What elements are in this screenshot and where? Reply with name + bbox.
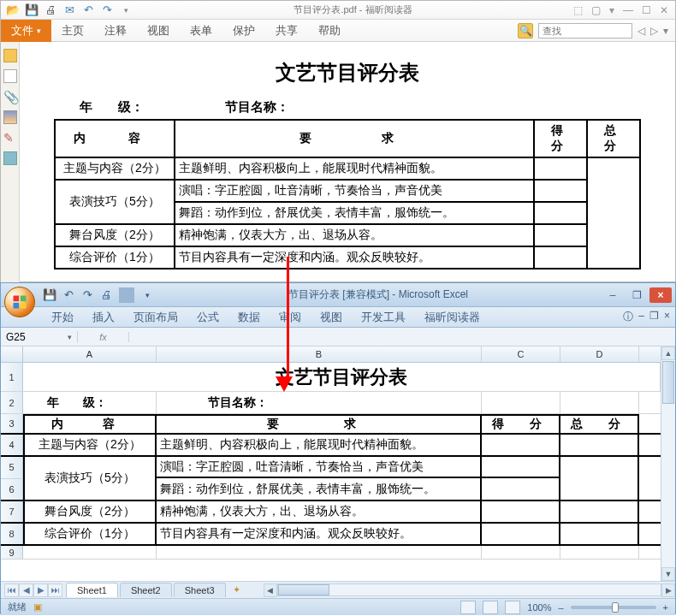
cell-req-2[interactable]: 精神饱满，仪表大方，出、退场从容。 bbox=[157, 501, 482, 522]
view-pagebreak-icon[interactable] bbox=[505, 601, 520, 614]
help-icon[interactable]: ▾ bbox=[609, 4, 614, 16]
cell-score-1a[interactable] bbox=[482, 457, 560, 478]
fx-icon[interactable]: fx bbox=[78, 332, 129, 342]
save-icon[interactable]: 💾 bbox=[42, 287, 57, 303]
cell-cat-1[interactable]: 表演技巧（5分） bbox=[23, 457, 157, 500]
xl-tab-dev[interactable]: 开发工具 bbox=[352, 310, 415, 325]
xl-tab-view[interactable]: 视图 bbox=[311, 310, 352, 325]
zoom-slider[interactable] bbox=[571, 606, 656, 609]
xl-tab-foxit[interactable]: 福昕阅读器 bbox=[415, 310, 489, 325]
ribbon-toggle-icon[interactable]: ⬚ bbox=[573, 4, 583, 16]
redo-icon[interactable]: ↷ bbox=[80, 287, 95, 303]
office-button[interactable] bbox=[4, 287, 35, 317]
cell-d9[interactable] bbox=[560, 546, 639, 559]
cell-score-1b[interactable] bbox=[482, 478, 560, 500]
cell-cat-2[interactable]: 舞台风度（2分） bbox=[23, 501, 157, 522]
cell-b9[interactable] bbox=[157, 546, 482, 559]
cell-score-0[interactable] bbox=[482, 435, 560, 455]
zoom-out-icon[interactable]: – bbox=[558, 602, 563, 613]
view-normal-icon[interactable] bbox=[460, 601, 476, 614]
cell-req-1b[interactable]: 舞蹈：动作到位，舒展优美，表情丰富，服饰统一。 bbox=[157, 478, 482, 500]
pdf-tab-help[interactable]: 帮助 bbox=[308, 20, 351, 42]
zoom-in-icon[interactable]: + bbox=[663, 602, 668, 613]
cell-req-1a[interactable]: 演唱：字正腔圆，吐音清晰，节奏恰当，声音优美 bbox=[157, 457, 482, 478]
cell-d2[interactable] bbox=[560, 392, 639, 413]
attachment-icon[interactable]: 📎 bbox=[3, 90, 17, 104]
vscroll-thumb[interactable] bbox=[662, 361, 674, 404]
formula-input[interactable] bbox=[129, 331, 675, 343]
cell-title[interactable]: 文艺节目评分表 bbox=[23, 363, 661, 391]
cell-total-1[interactable] bbox=[560, 457, 639, 500]
cell-cat-3[interactable]: 综合评价（1分） bbox=[23, 524, 157, 544]
vertical-scrollbar[interactable]: ▲ ▼ bbox=[661, 346, 675, 581]
row-header-5[interactable]: 5 bbox=[1, 457, 23, 478]
redo-icon[interactable]: ↷ bbox=[100, 3, 114, 17]
close-icon[interactable]: ✕ bbox=[660, 4, 668, 16]
inner-restore-icon[interactable]: ❐ bbox=[649, 310, 659, 324]
cell-c9[interactable] bbox=[482, 546, 560, 559]
cell-score-2[interactable] bbox=[482, 501, 560, 522]
cell-req-3[interactable]: 节目内容具有一定深度和内涵。观众反映较好。 bbox=[157, 524, 482, 544]
row-header-1[interactable]: 1 bbox=[1, 363, 23, 391]
pdf-search-input[interactable] bbox=[538, 23, 632, 38]
hdr-cat[interactable]: 内 容 bbox=[23, 414, 157, 433]
hscroll-right-icon[interactable]: ▶ bbox=[661, 583, 675, 597]
sheet-tab-1[interactable]: Sheet1 bbox=[66, 583, 118, 597]
row-header-2[interactable]: 2 bbox=[1, 392, 23, 413]
excel-help-icon[interactable]: ⓘ bbox=[623, 310, 633, 324]
row-header-7[interactable]: 7 bbox=[1, 501, 23, 522]
xl-tab-home[interactable]: 开始 bbox=[42, 310, 83, 325]
image-panel-icon[interactable] bbox=[3, 110, 17, 124]
row-header-6[interactable]: 6 bbox=[1, 478, 23, 500]
inner-minimize-icon[interactable]: – bbox=[638, 310, 644, 324]
xl-tab-layout[interactable]: 页面布局 bbox=[124, 310, 187, 325]
cell-total-3[interactable] bbox=[560, 524, 639, 544]
restore-icon[interactable]: ❐ bbox=[626, 287, 648, 303]
sheet-nav-first-icon[interactable]: ⏮ bbox=[4, 583, 19, 597]
scroll-down-icon[interactable]: ▼ bbox=[661, 567, 675, 581]
cell-total-2[interactable] bbox=[560, 501, 639, 522]
new-sheet-icon[interactable]: ✦ bbox=[228, 584, 246, 595]
search-next-icon[interactable]: ▷ bbox=[650, 25, 658, 37]
zoom-value[interactable]: 100% bbox=[527, 602, 551, 613]
view-layout-icon[interactable] bbox=[483, 601, 498, 614]
sheet-nav-last-icon[interactable]: ⏭ bbox=[48, 583, 62, 597]
minimize-icon[interactable]: — bbox=[623, 4, 633, 16]
col-header-a[interactable]: A bbox=[23, 346, 157, 362]
signature-icon[interactable]: ✎ bbox=[3, 131, 17, 145]
hscroll-thumb[interactable] bbox=[278, 584, 329, 595]
col-header-b[interactable]: B bbox=[157, 346, 482, 362]
search-options-icon[interactable]: ▾ bbox=[663, 25, 668, 37]
undo-icon[interactable]: ↶ bbox=[61, 287, 76, 303]
layers-icon[interactable] bbox=[3, 151, 17, 165]
cell-score-3[interactable] bbox=[482, 524, 560, 544]
hdr-score[interactable]: 得 分 bbox=[482, 414, 560, 433]
pages-panel-icon[interactable] bbox=[3, 69, 17, 83]
cell-show-label[interactable]: 节目名称： bbox=[157, 392, 482, 413]
inner-close-icon[interactable]: × bbox=[664, 310, 670, 324]
save-icon[interactable]: 💾 bbox=[25, 3, 39, 17]
row-header-8[interactable]: 8 bbox=[1, 524, 23, 544]
print-icon[interactable]: 🖨 bbox=[98, 287, 114, 303]
scroll-up-icon[interactable]: ▲ bbox=[661, 346, 675, 360]
macro-icon[interactable]: ▣ bbox=[33, 601, 42, 613]
hscroll-left-icon[interactable]: ◀ bbox=[264, 583, 277, 597]
hdr-total[interactable]: 总 分 bbox=[560, 414, 639, 433]
pdf-tab-protect[interactable]: 保护 bbox=[222, 20, 265, 42]
horizontal-scrollbar[interactable]: ◀ ▶ bbox=[264, 583, 675, 597]
email-icon[interactable]: ✉ bbox=[62, 3, 76, 17]
col-header-c[interactable]: C bbox=[482, 346, 560, 362]
xl-tab-insert[interactable]: 插入 bbox=[83, 310, 124, 325]
xl-tab-formula[interactable]: 公式 bbox=[187, 310, 228, 325]
minimize-icon[interactable]: – bbox=[602, 287, 624, 303]
cell-req-0[interactable]: 主题鲜明、内容积极向上，能展现时代精神面貌。 bbox=[157, 435, 482, 455]
open-icon[interactable]: 📂 bbox=[6, 3, 20, 17]
pdf-tab-share[interactable]: 共享 bbox=[265, 20, 308, 42]
sheet-nav-next-icon[interactable]: ▶ bbox=[33, 583, 48, 597]
qat-more-icon[interactable]: ▾ bbox=[119, 3, 133, 17]
hdr-req[interactable]: 要 求 bbox=[157, 414, 482, 433]
search-prev-icon[interactable]: ◁ bbox=[637, 25, 645, 37]
search-icon[interactable]: 🔍 bbox=[518, 23, 533, 38]
cell-total-0[interactable] bbox=[560, 435, 639, 455]
xl-tab-data[interactable]: 数据 bbox=[228, 310, 270, 325]
